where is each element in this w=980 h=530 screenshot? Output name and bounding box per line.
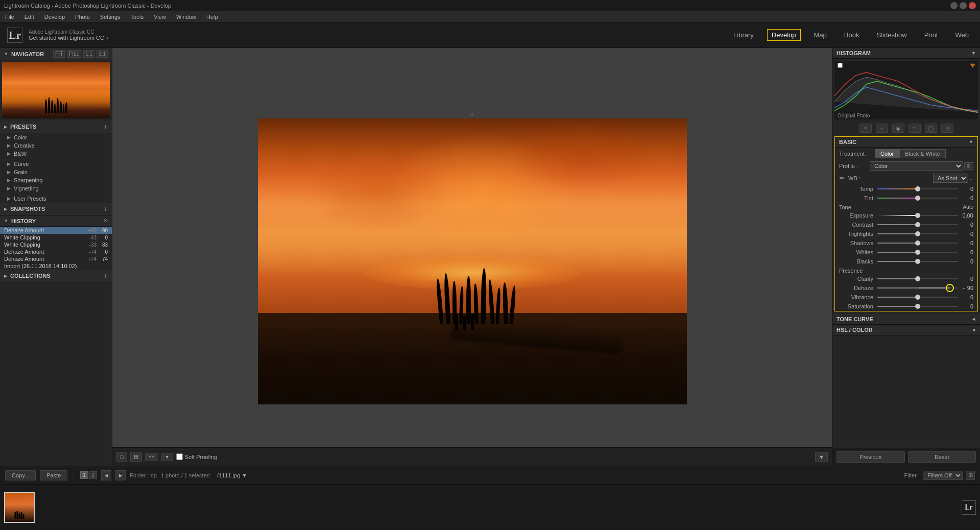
dehaze-thumb[interactable] <box>946 284 954 292</box>
clarity-thumb[interactable] <box>915 276 920 281</box>
history-header[interactable]: ▼ History ✕ <box>0 215 112 227</box>
presets-header[interactable]: ▶ Presets + <box>0 121 112 133</box>
highlights-slider[interactable] <box>877 233 958 234</box>
shadows-thumb[interactable] <box>915 240 920 246</box>
nav-fit-btn[interactable]: FIT <box>53 50 65 58</box>
exposure-thumb[interactable] <box>915 213 920 218</box>
close-button[interactable]: ✕ <box>969 2 976 9</box>
maximize-button[interactable]: □ <box>960 2 967 9</box>
dehaze-slider[interactable] <box>877 287 958 288</box>
collections-header[interactable]: ▶ Collections + <box>0 270 112 282</box>
center-top-arrow[interactable]: ▲ <box>468 109 476 118</box>
history-item-2[interactable]: White Clipping -33 83 <box>0 241 112 248</box>
whites-slider[interactable] <box>877 252 958 253</box>
history-item-0[interactable]: Dehaze Amount +90 90 <box>0 227 112 234</box>
preset-bw[interactable]: ▶ B&W <box>0 150 112 158</box>
lr-tagline[interactable]: Get started with Lightroom CC › <box>29 35 108 41</box>
redeye-tool[interactable]: ◉ <box>892 124 904 133</box>
bw-treatment-btn[interactable]: Black & White <box>899 149 945 158</box>
reset-button[interactable]: Reset <box>908 451 976 463</box>
history-item-4[interactable]: Dehaze Amount +74 74 <box>0 255 112 262</box>
snapshots-header[interactable]: ▶ Snapshots + <box>0 203 112 215</box>
menu-tools[interactable]: Tools <box>129 14 146 20</box>
menu-settings[interactable]: Settings <box>98 14 123 20</box>
wb-select[interactable]: As Shot <box>933 174 968 183</box>
snapshots-add-button[interactable]: + <box>104 205 108 213</box>
tab-develop[interactable]: Develop <box>767 29 801 41</box>
preset-curve[interactable]: ▶ Curve <box>0 160 112 168</box>
presets-add-button[interactable]: + <box>104 123 108 131</box>
color-treatment-btn[interactable]: Color <box>875 149 899 158</box>
collections-add-button[interactable]: + <box>104 272 108 280</box>
spot-removal-tool[interactable]: ○ <box>876 124 888 133</box>
filter-options-btn[interactable]: ⊞ <box>966 471 975 480</box>
profile-select[interactable]: Color <box>870 161 963 171</box>
contrast-slider[interactable] <box>877 224 958 225</box>
saturation-thumb[interactable] <box>915 304 920 309</box>
nav-3to1-btn[interactable]: 3:1 <box>97 50 108 58</box>
histogram-header[interactable]: Histogram ▼ <box>832 48 980 59</box>
soft-proofing-checkbox[interactable] <box>176 453 183 460</box>
preset-grain[interactable]: ▶ Grain <box>0 168 112 176</box>
nav-1to1-btn[interactable]: 1:1 <box>83 50 94 58</box>
menu-photo[interactable]: Photo <box>73 14 92 20</box>
preset-color[interactable]: ▶ Color <box>0 133 112 141</box>
blacks-slider[interactable] <box>877 261 958 262</box>
navigator-header[interactable]: ▼ Navigator FIT FILL 1:1 3:1 <box>0 48 112 60</box>
tab-slideshow[interactable]: Slideshow <box>872 29 911 41</box>
exposure-slider[interactable] <box>877 215 958 216</box>
shadows-slider[interactable] <box>877 243 958 244</box>
wb-eyedropper[interactable]: ✒ <box>839 174 845 182</box>
temp-slider[interactable] <box>877 188 958 189</box>
tone-curve-header[interactable]: Tone Curve ◄ <box>832 314 980 325</box>
view-single-btn[interactable]: □ <box>116 452 127 462</box>
saturation-slider[interactable] <box>877 306 958 307</box>
whites-thumb[interactable] <box>915 250 920 255</box>
tint-slider[interactable] <box>877 198 958 199</box>
menu-view[interactable]: View <box>152 14 168 20</box>
history-close-button[interactable]: ✕ <box>103 218 108 224</box>
filmstrip-nav-prev[interactable]: ◄ <box>101 470 111 480</box>
preset-creative[interactable]: ▶ Creative <box>0 141 112 150</box>
tab-print[interactable]: Print <box>920 29 942 41</box>
paste-button[interactable]: Paste <box>40 470 67 480</box>
preset-sharpening[interactable]: ▶ Sharpening <box>0 176 112 184</box>
filter-select[interactable]: Filters Off <box>923 471 963 480</box>
menu-window[interactable]: Window <box>174 14 198 20</box>
preset-vignetting[interactable]: ▶ Vignetting <box>0 184 112 192</box>
graduated-filter-tool[interactable]: □ <box>909 124 921 133</box>
window-controls[interactable]: ─ □ ✕ <box>950 2 976 9</box>
filename-link[interactable]: /1111.jpg ▼ <box>217 472 247 478</box>
adjustment-brush-tool[interactable]: ⊡ <box>941 124 953 133</box>
view-grid-btn[interactable]: ⊞ <box>130 452 142 462</box>
filmstrip-nav-next[interactable]: ► <box>115 470 126 480</box>
tab-web[interactable]: Web <box>951 29 973 41</box>
history-item-3[interactable]: Dehaze Amount -74 0 <box>0 248 112 255</box>
vibrance-slider[interactable] <box>877 297 958 298</box>
page-2-indicator[interactable]: 2 <box>89 471 98 479</box>
tab-library[interactable]: Library <box>729 29 758 41</box>
minimize-button[interactable]: ─ <box>950 2 958 9</box>
preset-user[interactable]: ▶ User Presets <box>0 195 112 203</box>
menu-edit[interactable]: Edit <box>22 14 36 20</box>
crop-tool[interactable]: ⌗ <box>859 124 872 133</box>
expand-filmstrip-btn[interactable]: ▼ <box>815 452 828 462</box>
copy-button[interactable]: Copy... <box>5 470 36 480</box>
nav-fill-btn[interactable]: FILL <box>67 50 81 58</box>
blacks-thumb[interactable] <box>915 259 920 264</box>
basic-panel-header[interactable]: Basic ▼ <box>835 137 977 148</box>
highlights-thumb[interactable] <box>915 231 920 236</box>
menu-help[interactable]: Help <box>204 14 220 20</box>
menu-file[interactable]: File <box>3 14 16 20</box>
radial-filter-tool[interactable]: ◯ <box>925 124 937 133</box>
profile-grid-btn[interactable]: ⊞ <box>964 162 973 170</box>
tint-thumb[interactable] <box>915 196 920 201</box>
tab-book[interactable]: Book <box>840 29 864 41</box>
vibrance-thumb[interactable] <box>915 295 920 300</box>
tone-auto-btn[interactable]: Auto <box>963 204 973 210</box>
history-item-5[interactable]: Import (26.11.2018 14:10:02) <box>0 262 112 270</box>
temp-thumb[interactable] <box>915 186 920 191</box>
clarity-slider[interactable] <box>877 278 958 279</box>
tab-map[interactable]: Map <box>810 29 831 41</box>
filmstrip-thumb-0[interactable] <box>4 492 35 523</box>
